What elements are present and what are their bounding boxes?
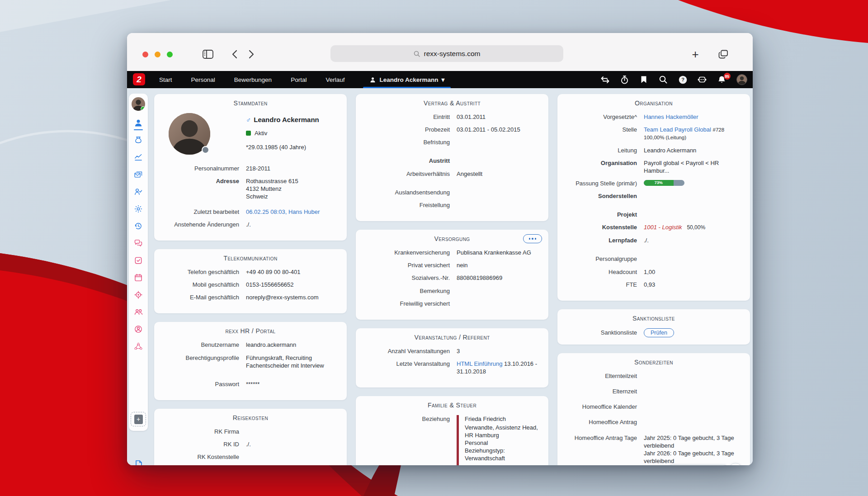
field-row: Personalgruppe: [566, 255, 742, 263]
browser-window: rexx-systems.com + 2 Start Personal Bewe…: [127, 33, 753, 465]
column-3: Organisation Vorgesetzte^ Hannes Hackemö…: [557, 94, 750, 465]
sidebar-item-user-profile[interactable]: [133, 118, 143, 128]
sidebar-item-chat-bubbles[interactable]: [133, 238, 143, 248]
supervisor-link[interactable]: Hannes Hackemöller: [644, 113, 742, 121]
card-title: Versorgung: [364, 235, 540, 242]
relation-row: Beziehung Frieda Friedrich Verwandte, As…: [364, 415, 540, 465]
progress-fill: 73%: [644, 180, 674, 186]
stopwatch-icon[interactable]: [620, 75, 629, 84]
sidebar-item-target[interactable]: [133, 290, 143, 300]
search-icon[interactable]: [659, 75, 668, 84]
more-options-button[interactable]: [523, 234, 542, 243]
help-icon[interactable]: ?: [678, 75, 687, 84]
field-row: Vorgesetzte^ Hannes Hackemöller: [566, 113, 742, 121]
sidebar-item-payroll-bag[interactable]: [133, 135, 143, 145]
card-title: Veranstaltung / Referent: [364, 334, 540, 341]
supervisor-label: Vorgesetzte^: [566, 113, 637, 121]
position-value: Team Lead Payroll Global #728 100,00% (L…: [644, 126, 742, 141]
sidebar-item-calendar[interactable]: [133, 273, 143, 283]
card-title: Stammdaten: [162, 99, 339, 107]
pruefen-button[interactable]: Prüfen: [644, 328, 674, 337]
card-title: Organisation: [566, 99, 742, 107]
sidebar-item-mail-documents[interactable]: [133, 170, 143, 180]
field-row: Befristung: [364, 138, 540, 146]
new-tab-button[interactable]: +: [689, 48, 701, 60]
sidebar-item-user-circle[interactable]: [133, 324, 143, 334]
card-rexx-hr-portal: rexx HR / Portal Benutzername leandro.ac…: [154, 322, 347, 400]
navbar-actions: ? 85: [600, 71, 747, 88]
last-edited-link[interactable]: 06.02.25 08:03, Hans Huber: [246, 208, 339, 216]
document-settings-icon[interactable]: [133, 459, 144, 465]
app-navbar: 2 Start Personal Bewerbungen Portal Verl…: [127, 71, 753, 88]
back-button[interactable]: [228, 48, 240, 60]
robot-icon[interactable]: [698, 75, 707, 84]
close-window-button[interactable]: [142, 52, 148, 57]
field-row: Anzahl Veranstaltungen 3: [364, 347, 540, 355]
sidebar-item-analytics-chart[interactable]: [133, 152, 143, 162]
sidebar-item-assessment-network[interactable]: [133, 341, 143, 351]
transfer-icon[interactable]: [600, 75, 609, 84]
nav-item-portal[interactable]: Portal: [281, 71, 316, 88]
sidebar-item-team[interactable]: [133, 307, 143, 317]
bookmark-icon[interactable]: [639, 75, 648, 84]
last-event-value: HTML Einführung 13.10.2016 - 31.10.2018: [457, 360, 540, 375]
forward-button[interactable]: [245, 48, 257, 60]
sidebar-item-history-clock[interactable]: [133, 221, 143, 231]
field-row: Auslandsentsendung: [364, 189, 540, 196]
sidebar-item-task-check[interactable]: [133, 255, 143, 265]
field-row: Sozialvers.-Nr. 88080819886969: [364, 274, 540, 282]
photo-status-dot: [202, 146, 209, 154]
costcenter-link[interactable]: 1001 - Logistik: [644, 224, 682, 231]
zoom-window-button[interactable]: [167, 52, 173, 57]
card-reisekosten: Reisekosten RK Firma RK ID ./. RK Kosten…: [154, 409, 347, 465]
field-row: Organisation Payroll global < Payroll < …: [566, 159, 742, 175]
field-row: Lernpfade ./.: [566, 236, 742, 244]
user-avatar[interactable]: [736, 74, 747, 85]
field-row: Austritt: [364, 157, 540, 165]
match-progress: 73%: [644, 180, 742, 187]
field-row: Eintritt 03.01.2011: [364, 113, 540, 121]
minimize-window-button[interactable]: [155, 52, 160, 57]
nav-item-bewerbungen[interactable]: Bewerbungen: [225, 71, 281, 88]
sidebar-item-user-check[interactable]: [133, 187, 143, 197]
card-title: rexx HR / Portal: [162, 327, 339, 335]
tab-overview-button[interactable]: [717, 48, 729, 60]
field-row: Anstehende Änderungen ./.: [162, 221, 339, 228]
field-row: Berechtigungsprofile Führungskraft, Recr…: [162, 354, 339, 369]
nav-item-verlauf[interactable]: Verlauf: [316, 71, 354, 88]
field-row: Homeoffice Antrag: [566, 418, 742, 426]
address-bar[interactable]: rexx-systems.com: [330, 45, 563, 62]
field-row: Leitung Leandro Ackermann: [566, 146, 742, 154]
sidebar-toggle-button[interactable]: [202, 48, 214, 60]
card-organisation: Organisation Vorgesetzte^ Hannes Hackemö…: [557, 94, 750, 301]
relations-list: Frieda Friedrich Verwandte, Assistenz He…: [457, 415, 540, 465]
field-row: Sonderstellen: [566, 192, 742, 200]
column-1: Stammdaten ♂ Leandro Ackermann: [154, 94, 347, 465]
field-row: Benutzername leandro.ackermann: [162, 341, 339, 349]
card-familie-steuer: Familie & Steuer Beziehung Frieda Friedr…: [356, 396, 548, 465]
nav-item-start[interactable]: Start: [150, 71, 182, 88]
event-link[interactable]: HTML Einführung: [457, 360, 502, 367]
caret-icon[interactable]: ^: [634, 113, 637, 120]
add-document-dropzone[interactable]: [131, 412, 146, 426]
tab-person-record[interactable]: Leandro Ackermann ▾: [361, 71, 453, 88]
card-columns: Stammdaten ♂ Leandro Ackermann: [154, 94, 750, 465]
nav-item-personal[interactable]: Personal: [182, 71, 225, 88]
field-row: E-Mail geschäftlich noreply@rexx-systems…: [162, 293, 339, 301]
card-vertrag-austritt: Vertrag & Austritt Eintritt 03.01.2011 P…: [356, 94, 548, 221]
person-icon: [369, 76, 376, 83]
field-row: Projekt: [566, 211, 742, 218]
person-tab-label: Leandro Ackermann: [379, 76, 438, 83]
sidebar-item-settings-gear[interactable]: [133, 204, 143, 214]
card-title: Reisekosten: [162, 414, 339, 421]
url-text: rexx-systems.com: [424, 50, 481, 58]
add-document-icon: [134, 415, 143, 424]
chat-button[interactable]: Chat (Verfügbar): [667, 464, 729, 465]
sidebar-avatar[interactable]: [132, 97, 145, 111]
card-versorgung: Versorgung Krankenversicherung Publisana…: [356, 230, 548, 320]
field-row: RK Kostenstelle: [162, 453, 339, 461]
gender-icon: ♂: [246, 116, 251, 123]
position-link[interactable]: Team Lead Payroll Global: [644, 126, 711, 133]
rexx-logo[interactable]: 2: [133, 73, 145, 85]
bell-icon[interactable]: 85: [717, 75, 726, 84]
